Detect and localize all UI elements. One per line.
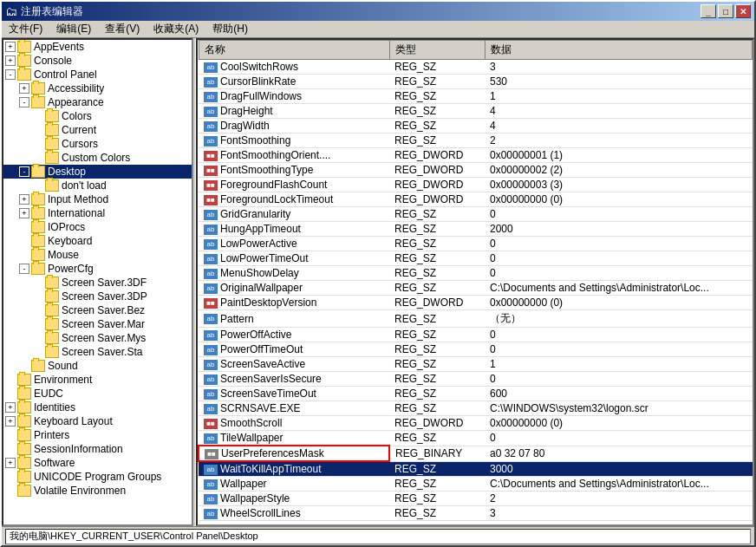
tree-item-ss3df[interactable]: Screen Saver.3DF: [3, 276, 192, 290]
tree-item-unicode[interactable]: UNICODE Program Groups: [3, 470, 192, 484]
table-row[interactable]: abFontSmoothingREG_SZ2: [199, 133, 753, 148]
tree-item-appearance[interactable]: - Appearance: [3, 95, 192, 109]
tree-item-mouse[interactable]: Mouse: [3, 248, 192, 262]
table-row[interactable]: abLowPowerTimeOutREG_SZ0: [199, 251, 753, 266]
table-row[interactable]: abCoolSwitchRowsREG_SZ3: [199, 60, 753, 75]
cell-data: 0x00000001 (1): [485, 148, 753, 163]
table-row[interactable]: ■■FontSmoothingOrient....REG_DWORD0x0000…: [199, 148, 753, 163]
minimize-button[interactable]: _: [701, 4, 716, 18]
tree-item-appevents[interactable]: + AppEvents: [3, 40, 192, 54]
table-row[interactable]: abPowerOffTimeOutREG_SZ0: [199, 342, 753, 357]
expand-international[interactable]: +: [19, 208, 29, 218]
table-row[interactable]: abHungAppTimeoutREG_SZ2000: [199, 222, 753, 237]
menu-favorites[interactable]: 收藏夹(A): [147, 20, 205, 38]
tree-item-sound[interactable]: Sound: [3, 359, 192, 373]
cell-data: 4: [485, 119, 753, 133]
tree-item-sessioninfo[interactable]: SessionInformation: [3, 442, 192, 456]
cell-name: ■■ForegroundLockTimeout: [199, 192, 389, 207]
tree-item-accessibility[interactable]: + Accessibility: [3, 81, 192, 95]
tree-item-environment[interactable]: Environment: [3, 373, 192, 387]
tree-item-cursors[interactable]: Cursors: [3, 137, 192, 151]
table-row[interactable]: ■■SmoothScrollREG_DWORD0x00000000 (0): [199, 416, 753, 431]
cell-type: REG_SZ: [389, 104, 485, 119]
table-row[interactable]: abScreenSaveActiveREG_SZ1: [199, 357, 753, 372]
expand-desktop[interactable]: -: [19, 166, 29, 177]
expand-accessibility[interactable]: +: [19, 83, 29, 94]
tree-item-international[interactable]: + International: [3, 206, 192, 220]
tree-panel[interactable]: + AppEvents + Console - Control Panel + …: [2, 38, 192, 526]
expand-software[interactable]: +: [5, 458, 16, 468]
table-row[interactable]: abMenuShowDelayREG_SZ0: [199, 266, 753, 281]
cell-type: REG_DWORD: [389, 416, 485, 431]
folder-icon-eudc: [17, 387, 31, 400]
table-row[interactable]: abPowerOffActiveREG_SZ0: [199, 328, 753, 342]
table-row[interactable]: abWaitToKillAppTimeoutREG_SZ3000: [199, 461, 753, 477]
table-row[interactable]: ■■ForegroundFlashCountREG_DWORD0x0000000…: [199, 178, 753, 192]
tree-item-sssta[interactable]: Screen Saver.Sta: [3, 345, 192, 359]
table-row[interactable]: abSCRNSAVE.EXEREG_SZC:\WINDOWS\system32\…: [199, 401, 753, 416]
table-row[interactable]: ■■ForegroundLockTimeoutREG_DWORD0x000000…: [199, 192, 753, 207]
expand-appevents[interactable]: +: [5, 42, 16, 52]
menu-help[interactable]: 帮助(H): [205, 20, 255, 38]
table-row[interactable]: abOriginalWallpaperREG_SZC:\Documents an…: [199, 281, 753, 296]
tree-item-ssmys[interactable]: Screen Saver.Mys: [3, 331, 192, 345]
tree-item-powercfg[interactable]: - PowerCfg: [3, 262, 192, 276]
tree-item-ioprocs[interactable]: IOProcs: [3, 220, 192, 234]
tree-item-keyboardlayout[interactable]: + Keyboard Layout: [3, 414, 192, 428]
title-bar: 🗂 注册表编辑器 _ □ ✕: [2, 2, 754, 21]
menu-edit[interactable]: 编辑(E): [49, 20, 98, 38]
table-row[interactable]: ■■FontSmoothingTypeREG_DWORD0x00000002 (…: [199, 163, 753, 178]
tree-item-dontload[interactable]: don't load: [3, 179, 192, 192]
expand-inputmethod[interactable]: +: [19, 194, 29, 205]
tree-item-current[interactable]: Current: [3, 123, 192, 137]
status-bar: 我的电脑\HKEY_CURRENT_USER\Control Panel\Des…: [2, 526, 754, 545]
expand-console[interactable]: +: [5, 55, 16, 66]
tree-label-eudc: EUDC: [34, 387, 63, 400]
menu-view[interactable]: 查看(V): [98, 20, 147, 38]
tree-item-controlpanel[interactable]: - Control Panel: [3, 68, 192, 81]
expand-controlpanel[interactable]: -: [5, 69, 16, 80]
table-row[interactable]: abPatternREG_SZ（无）: [199, 310, 753, 328]
table-row[interactable]: abWallpaperREG_SZC:\Documents and Settin…: [199, 477, 753, 492]
menu-file[interactable]: 文件(F): [2, 20, 49, 38]
table-row[interactable]: abWheelScrollLinesREG_SZ3: [199, 506, 753, 521]
tree-label-appevents: AppEvents: [34, 41, 84, 53]
maximize-button[interactable]: □: [718, 4, 733, 18]
data-panel[interactable]: 名称 类型 数据 abCoolSwitchRowsREG_SZ3abCursor…: [196, 38, 754, 526]
cell-name: abDragHeight: [199, 104, 389, 119]
table-row[interactable]: abLowPowerActiveREG_SZ0: [199, 237, 753, 251]
expand-keyboardlayout[interactable]: +: [5, 416, 16, 427]
close-button[interactable]: ✕: [735, 4, 751, 18]
table-row[interactable]: abScreenSaveTimeOutREG_SZ600: [199, 387, 753, 401]
tree-item-inputmethod[interactable]: + Input Method: [3, 192, 192, 206]
cell-name: abScreenSaveActive: [199, 357, 389, 372]
table-row[interactable]: abDragFullWindowsREG_SZ1: [199, 89, 753, 104]
table-row[interactable]: abDragWidthREG_SZ4: [199, 119, 753, 133]
tree-item-desktop[interactable]: - Desktop: [3, 165, 192, 179]
table-row[interactable]: abDragHeightREG_SZ4: [199, 104, 753, 119]
table-row[interactable]: abCursorBlinkRateREG_SZ530: [199, 75, 753, 89]
table-row[interactable]: ■■PaintDesktopVersionREG_DWORD0x00000000…: [199, 296, 753, 310]
tree-item-volatile[interactable]: Volatile Environmen: [3, 484, 192, 498]
expand-appearance[interactable]: -: [19, 97, 29, 107]
tree-label-mouse: Mouse: [48, 249, 79, 261]
cell-type: REG_SZ: [389, 372, 485, 387]
table-row[interactable]: abTileWallpaperREG_SZ0: [199, 431, 753, 446]
table-row[interactable]: ■■UserPreferencesMaskREG_BINARYa0 32 07 …: [199, 446, 753, 461]
tree-item-identities[interactable]: + Identities: [3, 400, 192, 414]
tree-item-ss3dp[interactable]: Screen Saver.3DP: [3, 290, 192, 303]
tree-item-ssmar[interactable]: Screen Saver.Mar: [3, 317, 192, 331]
tree-item-software[interactable]: + Software: [3, 456, 192, 470]
table-row[interactable]: abWallpaperStyleREG_SZ2: [199, 492, 753, 506]
table-row[interactable]: abGridGranularityREG_SZ0: [199, 207, 753, 222]
tree-item-colors[interactable]: Colors: [3, 109, 192, 123]
tree-item-printers[interactable]: Printers: [3, 428, 192, 442]
table-row[interactable]: abScreenSaverIsSecureREG_SZ0: [199, 372, 753, 387]
expand-powercfg[interactable]: -: [19, 264, 29, 274]
tree-item-keyboard[interactable]: Keyboard: [3, 234, 192, 248]
expand-identities[interactable]: +: [5, 402, 16, 413]
tree-item-console[interactable]: + Console: [3, 54, 192, 68]
tree-item-ssbez[interactable]: Screen Saver.Bez: [3, 303, 192, 317]
tree-item-eudc[interactable]: EUDC: [3, 387, 192, 400]
tree-item-customcolors[interactable]: Custom Colors: [3, 151, 192, 165]
